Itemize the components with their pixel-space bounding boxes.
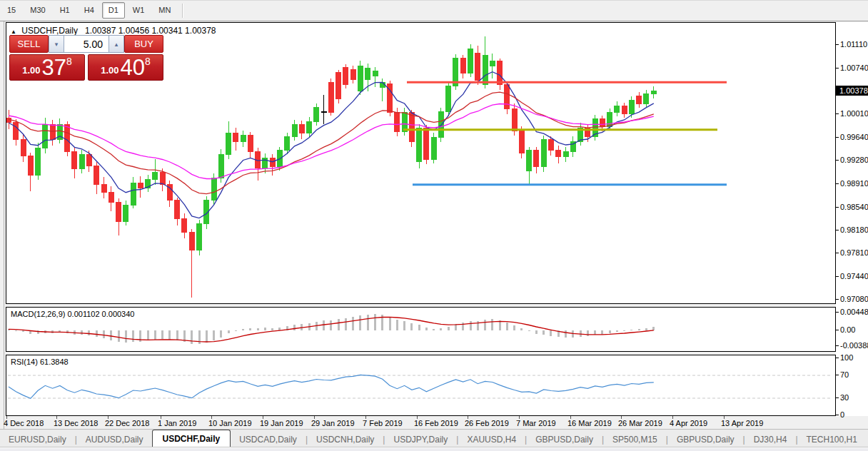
date-tick-label: 26 Mar 2019 <box>618 419 662 427</box>
price-tick-label: 0.97440 <box>840 272 868 280</box>
tab-gbpusd-daily[interactable]: GBPUSD,Daily <box>527 432 602 448</box>
price-tick-label: 0.98910 <box>840 179 868 188</box>
price-tick-mark <box>836 230 839 230</box>
one-click-trading-widget: SELL ▾ ▴ BUY 1.00 37 8 1.00 40 8 <box>9 35 163 81</box>
price-tick-label: 0.99640 <box>840 133 868 141</box>
date-tick-label: 4 Dec 2018 <box>4 419 44 427</box>
date-tick-mark <box>56 416 57 419</box>
toolbar-divider <box>182 4 183 18</box>
date-tick-label: 4 Apr 2019 <box>670 419 707 427</box>
macd-label: MACD(12,26,9) 0.001102 0.000340 <box>11 310 134 318</box>
date-tick-mark <box>108 416 108 419</box>
timeframe-button-m30[interactable]: M30 <box>24 2 51 19</box>
tab-usdjpy-daily[interactable]: USDJPY,Daily <box>385 432 456 448</box>
symbol-name: USDCHF,Daily <box>21 26 78 36</box>
rsi-label: RSI(14) 61.3848 <box>11 358 69 366</box>
timeframe-button-mn[interactable]: MN <box>152 2 177 19</box>
tab-eurusd-daily[interactable]: EURUSD,Daily <box>0 432 75 448</box>
macd-tick-mark <box>836 330 839 330</box>
rsi-tick-mark <box>836 397 839 398</box>
tab-gbpusd-daily[interactable]: GBPUSD,Daily <box>668 432 743 448</box>
price-tick-mark <box>836 113 839 114</box>
timeframe-button-h4[interactable]: H4 <box>78 2 101 19</box>
timeframe-button-w1[interactable]: W1 <box>126 2 151 19</box>
date-tick-mark <box>314 416 315 419</box>
price-tick-mark <box>836 299 839 300</box>
status-bar <box>0 447 868 451</box>
tab-usdchf-daily[interactable]: USDCHF,Daily <box>152 430 231 448</box>
current-price-tag: 1.00378 <box>836 86 868 96</box>
rsi-tick-mark <box>836 358 839 358</box>
sell-price-button[interactable]: 1.00 37 8 <box>9 54 85 81</box>
rsi-tick-label: 70 <box>840 370 849 379</box>
date-tick-mark <box>365 416 366 419</box>
timeframe-button-h1[interactable]: H1 <box>54 2 76 19</box>
price-tick-label: 1.00010 <box>840 109 868 118</box>
date-tick-mark <box>417 416 418 419</box>
tab-usdcad-daily[interactable]: USDCAD,Daily <box>231 432 306 448</box>
price-tick-mark <box>836 44 839 45</box>
date-tick-label: 26 Feb 2019 <box>465 419 509 427</box>
macd-tick-label: -0.003883 <box>840 341 868 350</box>
macd-indicator-panel: MACD(12,26,9) 0.001102 0.000340 <box>6 307 836 352</box>
date-tick-label: 16 Mar 2019 <box>567 419 612 427</box>
macd-tick-label: 0.00 <box>840 325 855 334</box>
chart-symbol-header: ▲ USDCHF,Daily 1.00387 1.00456 1.00341 1… <box>11 26 216 36</box>
rsi-indicator-panel: RSI(14) 61.3848 <box>6 355 836 416</box>
price-chart-panel: ▲ USDCHF,Daily 1.00387 1.00456 1.00341 1… <box>6 22 836 304</box>
date-tick-mark <box>211 416 212 419</box>
collapse-arrow-icon[interactable]: ▲ <box>11 29 16 35</box>
date-tick-label: 13 Dec 2018 <box>54 419 98 427</box>
rsi-chart <box>6 355 834 414</box>
ohlc-values: 1.00387 1.00456 1.00341 1.00378 <box>85 26 216 36</box>
date-tick-mark <box>570 416 571 419</box>
price-tick-mark <box>836 207 839 208</box>
buy-price-button[interactable]: 1.00 40 8 <box>88 54 163 81</box>
macd-tick-mark <box>836 345 839 346</box>
date-tick-mark <box>519 416 520 419</box>
price-tick-mark <box>836 160 839 161</box>
rsi-tick-label: 30 <box>840 393 849 402</box>
price-tick-label: 1.01110 <box>840 40 867 49</box>
date-tick-mark <box>621 416 622 419</box>
timeframe-button-15[interactable]: 15 <box>1 2 22 19</box>
timeframe-button-d1[interactable]: D1 <box>102 2 125 19</box>
buy-button[interactable]: BUY <box>124 35 163 53</box>
price-tick-label: 0.98540 <box>840 203 868 211</box>
date-tick-mark <box>672 416 673 419</box>
tab-audusd-daily[interactable]: AUDUSD,Daily <box>77 432 152 448</box>
tab-tech100-h1[interactable]: TECH100,H1 <box>798 432 866 448</box>
sell-button[interactable]: SELL <box>9 35 49 53</box>
tab-sp500-m15[interactable]: SP500,M15 <box>604 432 666 448</box>
tab-xauusd-h4[interactable]: XAUUSD,H4 <box>458 432 525 448</box>
date-axis[interactable]: 4 Dec 201813 Dec 201822 Dec 20181 Jan 20… <box>6 416 836 429</box>
price-tick-label: 1.00740 <box>840 64 868 72</box>
date-tick-label: 29 Jan 2019 <box>311 419 355 427</box>
macd-tick-mark <box>836 312 839 313</box>
tab-usdcnh-daily[interactable]: USDCNH,Daily <box>308 432 383 448</box>
price-tick-label: 0.98180 <box>840 226 868 234</box>
price-axis[interactable]: 1.00378 1.011101.007401.000100.996400.99… <box>836 22 868 416</box>
volume-increase-button[interactable]: ▴ <box>108 35 124 53</box>
chart-tab-bar: EURUSD,Daily|AUDUSD,DailyUSDCHF,DailyUSD… <box>0 429 868 448</box>
rsi-tick-label: 100 <box>840 353 853 362</box>
price-tick-label: 0.97810 <box>840 248 868 257</box>
rsi-tick-mark <box>836 415 839 415</box>
volume-decrease-button[interactable]: ▾ <box>49 35 64 53</box>
date-tick-label: 16 Feb 2019 <box>414 419 458 427</box>
date-tick-mark <box>468 416 468 419</box>
date-tick-label: 10 Jan 2019 <box>208 419 252 427</box>
date-tick-label: 7 Feb 2019 <box>363 419 403 427</box>
tab-dj30-h4[interactable]: DJ30,H4 <box>745 432 796 448</box>
price-tick-mark <box>836 253 839 253</box>
date-tick-label: 1 Jan 2019 <box>158 419 196 427</box>
price-tick-mark <box>836 68 839 69</box>
date-tick-mark <box>161 416 161 419</box>
date-tick-label: 7 Mar 2019 <box>516 419 556 427</box>
price-tick-label: 0.99280 <box>840 156 868 164</box>
date-tick-mark <box>6 416 7 419</box>
price-tick-label: 0.97080 <box>840 295 868 303</box>
date-tick-label: 19 Jan 2019 <box>260 419 303 427</box>
volume-input[interactable] <box>64 35 108 53</box>
price-tick-mark <box>836 276 839 277</box>
